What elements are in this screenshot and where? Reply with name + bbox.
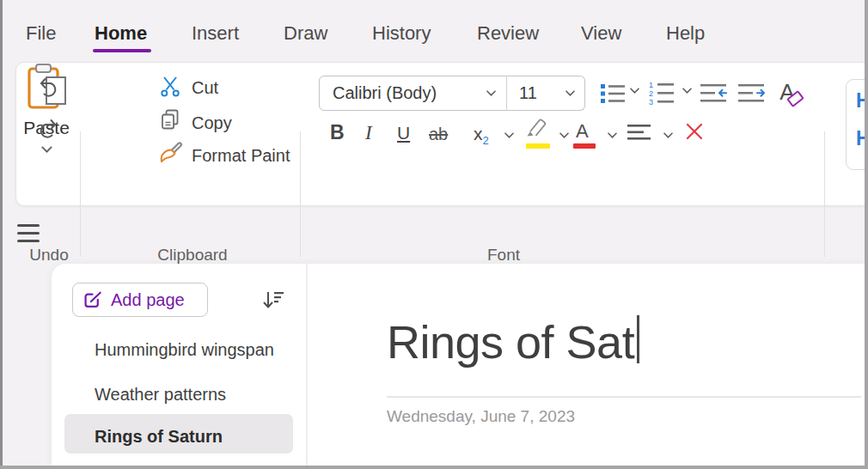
window-border-left <box>0 0 3 469</box>
font-size-value: 11 <box>507 83 565 103</box>
italic-button[interactable]: I <box>365 123 372 143</box>
align-dropdown[interactable] <box>662 131 674 139</box>
undo-button[interactable] <box>32 71 64 100</box>
redo-icon <box>36 115 60 139</box>
subscript-2: 2 <box>483 134 489 147</box>
increase-indent-button[interactable] <box>737 82 766 106</box>
scissors-icon <box>160 76 180 98</box>
undo-group-label: Undo <box>16 246 82 265</box>
highlight-button[interactable] <box>522 116 551 138</box>
hamburger-icon <box>17 240 40 242</box>
hamburger-icon <box>17 224 40 227</box>
menu-review[interactable]: Review <box>477 22 539 45</box>
subscript-button[interactable]: x2 <box>474 125 489 143</box>
sort-pages-button[interactable] <box>258 284 289 315</box>
underline-button[interactable]: U <box>397 124 410 142</box>
hamburger-icon <box>17 232 40 234</box>
group-divider <box>80 131 81 257</box>
delete-button[interactable] <box>682 119 706 143</box>
menu-insert[interactable]: Insert <box>192 22 239 45</box>
menu-history[interactable]: History <box>372 22 431 45</box>
increase-indent-icon <box>737 82 765 105</box>
menu-draw[interactable]: Draw <box>284 22 327 45</box>
sort-icon <box>261 288 285 312</box>
bulleted-list-icon <box>600 82 626 105</box>
text-cursor <box>637 315 639 363</box>
clipboard-group-label: Clipboard <box>124 246 261 265</box>
page-list-item[interactable]: Weather patterns <box>95 385 226 405</box>
svg-text:2: 2 <box>649 89 653 98</box>
menu-home[interactable]: Home <box>95 22 147 45</box>
chevron-down-icon <box>559 132 569 138</box>
font-color-button[interactable]: A <box>576 122 589 141</box>
chevron-down-icon <box>663 132 673 138</box>
page-list-item-selected[interactable]: Rings of Saturn <box>95 427 223 447</box>
chevron-down-icon <box>630 88 639 94</box>
page-date[interactable]: Wednesday, June 7, 2023 <box>387 407 575 426</box>
numbering-button[interactable]: 1 2 3 <box>646 78 675 107</box>
red-x-icon <box>684 121 705 142</box>
menu-view[interactable]: View <box>581 22 621 45</box>
group-divider <box>824 131 825 257</box>
chevron-down-icon <box>608 132 617 138</box>
group-divider <box>300 131 301 257</box>
page-title-editor[interactable]: Rings of Sat <box>387 315 639 368</box>
chevron-down-icon <box>41 146 52 153</box>
redo-button[interactable] <box>32 113 64 142</box>
svg-text:1: 1 <box>649 81 653 89</box>
cut-button[interactable] <box>159 76 181 98</box>
add-page-icon <box>84 291 102 309</box>
onenote-window: File Home Insert Draw History Review Vie… <box>0 0 868 469</box>
bullets-dropdown[interactable] <box>628 86 640 94</box>
title-divider <box>387 396 861 398</box>
page-title-text: Rings of Sat <box>387 316 634 368</box>
font-color-bar <box>573 143 596 149</box>
ribbon: Undo Paste Cut <box>15 62 866 206</box>
font-name-select[interactable]: Calibri (Body) <box>319 76 507 111</box>
menu-file[interactable]: File <box>26 22 56 45</box>
active-tab-underline <box>93 49 151 52</box>
format-paint-button[interactable] <box>156 141 184 167</box>
svg-text:3: 3 <box>649 98 653 106</box>
subscript-dropdown[interactable] <box>503 131 515 139</box>
font-color-dropdown[interactable] <box>606 131 618 139</box>
format-paint-icon <box>157 142 183 166</box>
chevron-down-icon <box>486 90 496 96</box>
decrease-indent-button[interactable] <box>699 82 728 106</box>
font-name-value: Calibri (Body) <box>320 83 486 103</box>
decrease-indent-icon <box>700 82 727 105</box>
menu-help[interactable]: Help <box>666 22 705 45</box>
cut-label[interactable]: Cut <box>192 78 218 98</box>
navigation-menu-button[interactable] <box>17 224 40 244</box>
font-group-label: Font <box>426 246 581 265</box>
page-list-item[interactable]: Hummingbird wingspan <box>95 340 274 360</box>
bold-button[interactable]: B <box>330 123 345 143</box>
subscript-x: x <box>474 124 483 143</box>
undo-icon <box>36 74 60 98</box>
bullets-button[interactable] <box>599 80 627 107</box>
window-border-right <box>865 0 868 469</box>
numbered-list-icon: 1 2 3 <box>647 80 675 106</box>
strikethrough-button[interactable]: ab <box>429 125 448 143</box>
add-page-button[interactable]: Add page <box>72 283 208 317</box>
window-border-bottom <box>0 466 868 469</box>
copy-label[interactable]: Copy <box>192 113 232 133</box>
font-size-select[interactable]: 11 <box>506 76 585 111</box>
highlight-color-bar <box>526 143 550 149</box>
add-page-label: Add page <box>111 290 185 310</box>
sidebar-content-divider <box>306 264 308 466</box>
clear-formatting-button[interactable]: A <box>771 77 804 107</box>
copy-button[interactable] <box>158 108 182 132</box>
align-left-icon <box>627 124 651 141</box>
numbering-dropdown[interactable] <box>681 86 693 94</box>
highlighter-icon <box>523 117 549 137</box>
align-button[interactable] <box>627 123 652 142</box>
format-paint-label[interactable]: Format Paint <box>192 146 290 166</box>
copy-icon <box>159 109 181 131</box>
chevron-down-icon <box>565 90 575 96</box>
highlight-dropdown[interactable] <box>558 131 570 139</box>
chevron-down-icon <box>504 132 514 138</box>
chevron-down-icon <box>682 88 692 94</box>
